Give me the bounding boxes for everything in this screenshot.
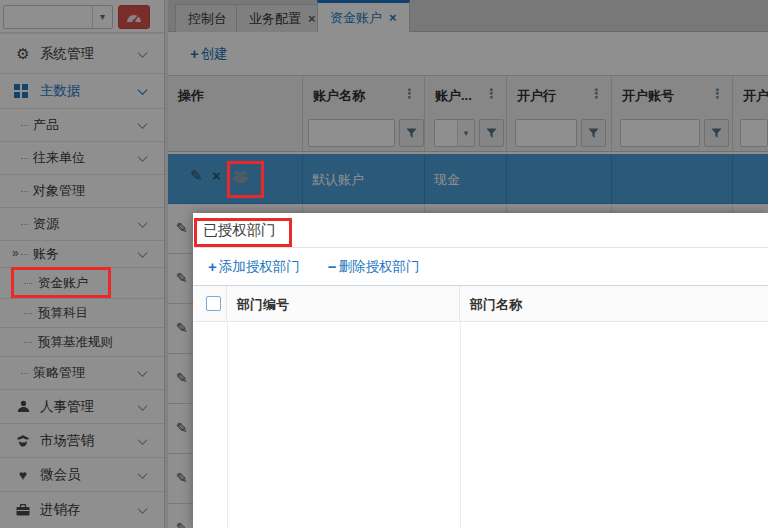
column-divider: [460, 322, 461, 528]
add-authorized-department-button[interactable]: + 添加授权部门: [208, 258, 300, 276]
remove-authorized-department-button[interactable]: − 删除授权部门: [328, 258, 420, 276]
annotation-box-group-icon: [227, 161, 264, 198]
annotation-box-fund-accounts: [11, 267, 111, 298]
column-header-department-code: 部门编号: [227, 286, 460, 321]
annotation-box-popup-title: [194, 218, 292, 247]
popup-toolbar: + 添加授权部门 − 删除授权部门: [193, 248, 768, 285]
popup-grid-header: 部门编号 部门名称 ⋮: [193, 285, 768, 322]
add-button-label: 添加授权部门: [219, 258, 300, 276]
column-title: 部门名称: [470, 296, 522, 314]
column-divider: [227, 322, 228, 528]
app-screen: ▾ ⚙ 系统管理 主数据 产品: [0, 0, 768, 528]
popup-grid-body: [193, 322, 768, 528]
minus-icon: −: [328, 258, 337, 275]
plus-icon: +: [208, 258, 217, 275]
authorized-departments-popup: 已授权部门 + 添加授权部门 − 删除授权部门 部门编号 部门名称 ⋮: [193, 213, 768, 528]
column-header-department-name: 部门名称 ⋮: [460, 286, 768, 321]
remove-button-label: 删除授权部门: [339, 258, 420, 276]
checkbox-column-header: [193, 286, 227, 321]
select-all-checkbox[interactable]: [206, 296, 221, 311]
column-title: 部门编号: [237, 296, 289, 314]
